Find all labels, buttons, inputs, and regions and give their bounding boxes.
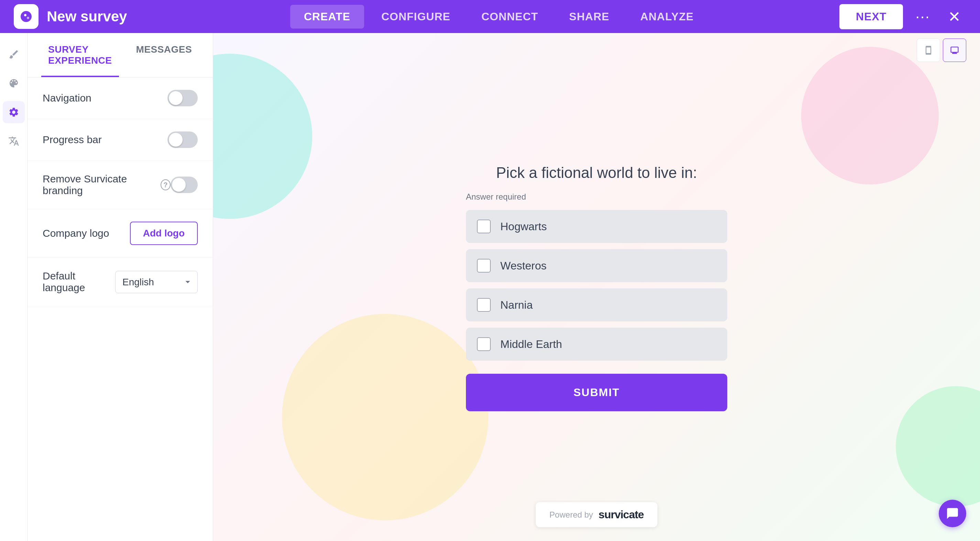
close-button[interactable]: ✕: [942, 5, 966, 28]
survey-title: New survey: [47, 8, 127, 25]
desktop-view-button[interactable]: [943, 38, 966, 62]
next-button[interactable]: NEXT: [839, 4, 903, 29]
choice-label-middle-earth: Middle Earth: [500, 338, 562, 351]
toggle-thumb-2: [169, 133, 183, 147]
top-navigation: New survey CREATE CONFIGURE CONNECT SHAR…: [0, 0, 980, 33]
icon-sidebar: [0, 33, 27, 541]
progress-bar-label: Progress bar: [43, 134, 102, 145]
panel-tabs: SURVEY EXPERIENCE MESSAGES: [27, 33, 213, 77]
survey-preview-card: Pick a fictional world to live in: Answe…: [466, 163, 727, 411]
add-logo-button[interactable]: Add logo: [130, 222, 198, 245]
tab-messages[interactable]: MESSAGES: [129, 33, 199, 77]
progress-bar-setting-row: Progress bar: [27, 119, 213, 161]
translate-tool-button[interactable]: [3, 130, 25, 152]
choice-middle-earth[interactable]: Middle Earth: [466, 328, 727, 361]
navigation-setting-row: Navigation: [27, 77, 213, 119]
progress-bar-toggle[interactable]: [167, 131, 198, 148]
navigation-toggle[interactable]: [167, 90, 198, 106]
choice-westeros[interactable]: Westeros: [466, 249, 727, 282]
brush-tool-button[interactable]: [3, 43, 25, 65]
checkbox-hogwarts: [477, 220, 491, 233]
checkbox-westeros: [477, 259, 491, 273]
palette-tool-button[interactable]: [3, 72, 25, 94]
remove-branding-setting-row: Remove Survicate branding ?: [27, 161, 213, 209]
choice-label-hogwarts: Hogwarts: [500, 220, 547, 233]
logo-area: New survey: [14, 4, 158, 29]
remove-branding-label: Remove Survicate branding ?: [43, 173, 170, 196]
navigation-label: Navigation: [43, 92, 91, 104]
choice-narnia[interactable]: Narnia: [466, 289, 727, 321]
default-language-label: Default language: [43, 270, 115, 294]
checkbox-narnia: [477, 298, 491, 312]
powered-by-brand: survicate: [599, 508, 644, 521]
background-blob-teal: [213, 54, 312, 219]
more-options-button[interactable]: ···: [910, 5, 935, 28]
submit-button[interactable]: SUBMIT: [466, 374, 727, 411]
tab-configure[interactable]: CONFIGURE: [368, 5, 464, 29]
answer-required-label: Answer required: [466, 192, 727, 202]
preview-area: Pick a fictional world to live in: Answe…: [213, 33, 980, 541]
background-blob-yellow: [282, 314, 488, 520]
choice-hogwarts[interactable]: Hogwarts: [466, 210, 727, 243]
toggle-thumb-3: [172, 178, 186, 192]
settings-tool-button[interactable]: [3, 101, 25, 123]
default-language-setting-row: Default language English Spanish French …: [27, 258, 213, 306]
choice-label-westeros: Westeros: [500, 260, 547, 272]
nav-tabs: CREATE CONFIGURE CONNECT SHARE ANALYZE: [158, 5, 839, 29]
powered-by-text: Powered by: [549, 510, 593, 520]
main-layout: SURVEY EXPERIENCE MESSAGES Navigation Pr…: [0, 33, 980, 541]
checkbox-middle-earth: [477, 337, 491, 351]
left-panel: SURVEY EXPERIENCE MESSAGES Navigation Pr…: [27, 33, 213, 541]
tab-survey-experience[interactable]: SURVEY EXPERIENCE: [41, 33, 119, 77]
toggle-thumb: [169, 91, 183, 105]
mobile-view-button[interactable]: [917, 38, 940, 62]
powered-by-bar: Powered by survicate: [536, 502, 657, 527]
help-icon[interactable]: ?: [161, 179, 170, 190]
background-blob-pink: [801, 47, 939, 185]
company-logo-label: Company logo: [43, 228, 109, 239]
remove-branding-toggle[interactable]: [170, 177, 198, 193]
choice-label-narnia: Narnia: [500, 299, 533, 311]
chat-button[interactable]: [939, 500, 966, 527]
survey-question: Pick a fictional world to live in:: [466, 163, 727, 182]
background-blob-green: [896, 386, 980, 507]
nav-actions: NEXT ··· ✕: [839, 4, 966, 29]
language-select[interactable]: English Spanish French German Polish: [115, 271, 198, 293]
tab-create[interactable]: CREATE: [290, 5, 364, 29]
device-toggle: [917, 38, 966, 62]
tab-analyze[interactable]: ANALYZE: [627, 5, 707, 29]
panel-content: Navigation Progress bar Remove Survicate…: [27, 77, 213, 541]
tab-share[interactable]: SHARE: [555, 5, 623, 29]
company-logo-setting-row: Company logo Add logo: [27, 209, 213, 258]
tab-connect[interactable]: CONNECT: [468, 5, 552, 29]
logo-icon: [14, 4, 38, 29]
